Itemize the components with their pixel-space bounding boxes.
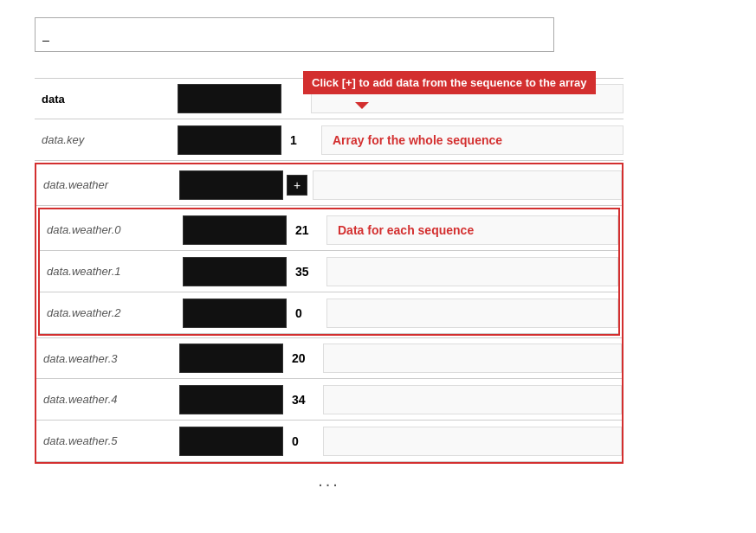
dots-indicator: ... xyxy=(35,464,624,498)
tooltip-box: Click [+] to add data from the sequence … xyxy=(303,71,596,94)
row-data-key: data.key 1 Array for the whole sequence xyxy=(35,119,624,161)
value-display-data-weather-4 xyxy=(323,385,622,414)
top-input-row xyxy=(35,17,554,52)
label-data-key: data.key xyxy=(35,133,178,146)
input-data[interactable] xyxy=(178,84,281,113)
row-data-weather-3: data.weather.3 20 xyxy=(36,337,622,379)
input-data-weather-5[interactable] xyxy=(179,427,283,456)
value-display-data-weather-5 xyxy=(323,427,622,456)
value-data-weather-1: 35 xyxy=(295,265,321,279)
value-display-data-weather-0: Data for each sequence xyxy=(326,215,618,245)
input-data-weather[interactable] xyxy=(179,170,283,200)
top-input[interactable] xyxy=(35,17,554,52)
value-display-data-weather-2 xyxy=(326,299,618,328)
input-data-weather-0[interactable] xyxy=(183,215,287,245)
row-data-weather-5: data.weather.5 0 xyxy=(36,421,622,462)
row-data-weather: data.weather + xyxy=(36,164,622,206)
plus-button-weather[interactable]: + xyxy=(287,175,307,196)
annotation-data-sequence: Data for each sequence xyxy=(338,223,474,237)
value-display-data-key: Array for the whole sequence xyxy=(321,125,624,155)
row-data-weather-2: data.weather.2 0 xyxy=(40,292,618,334)
value-data-weather-3: 20 xyxy=(292,351,318,365)
input-data-weather-4[interactable] xyxy=(179,385,283,414)
value-data-key: 1 xyxy=(290,133,316,147)
value-data-weather-4: 34 xyxy=(292,393,318,407)
label-data-weather-0: data.weather.0 xyxy=(40,223,183,236)
input-data-key[interactable] xyxy=(178,125,281,155)
value-display-data-weather-3 xyxy=(323,344,622,373)
value-display-data-weather xyxy=(313,170,622,200)
label-data-weather-1: data.weather.1 xyxy=(40,265,183,278)
label-data-weather-5: data.weather.5 xyxy=(36,434,179,447)
input-data-weather-2[interactable] xyxy=(183,299,287,328)
label-data: data xyxy=(35,93,178,106)
input-data-weather-1[interactable] xyxy=(183,257,287,286)
label-data-weather-2: data.weather.2 xyxy=(40,306,183,319)
value-display-data-weather-1 xyxy=(326,257,618,286)
value-data-weather-0: 21 xyxy=(295,223,321,237)
row-data-weather-1: data.weather.1 35 xyxy=(40,251,618,292)
row-data-weather-4: data.weather.4 34 xyxy=(36,379,622,421)
input-data-weather-3[interactable] xyxy=(179,344,283,373)
label-data-weather: data.weather xyxy=(36,178,179,191)
value-data-weather-2: 0 xyxy=(295,306,321,320)
label-data-weather-4: data.weather.4 xyxy=(36,393,179,406)
annotation-array-sequence: Array for the whole sequence xyxy=(333,133,502,147)
label-data-weather-3: data.weather.3 xyxy=(36,352,179,365)
value-data-weather-5: 0 xyxy=(292,434,318,448)
row-data-weather-0: data.weather.0 21 Data for each sequence xyxy=(40,209,618,251)
